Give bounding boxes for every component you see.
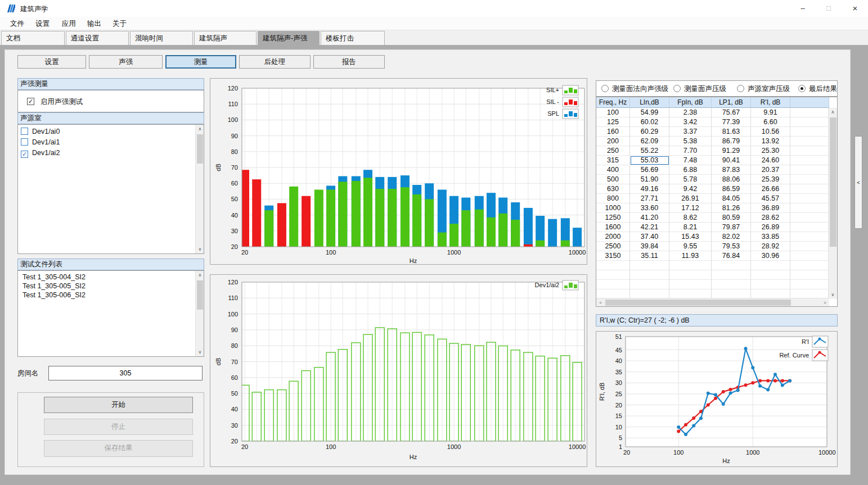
subtab-2[interactable]: 测量 <box>165 55 236 69</box>
table-cell-r11-c4[interactable]: 28.62 <box>751 213 790 223</box>
radio-option-0[interactable]: 测量面法向声强级 <box>601 84 668 94</box>
table-cell-r17-c2[interactable] <box>669 270 712 280</box>
table-cell-r3-c1[interactable]: 62.09 <box>630 137 669 146</box>
table-cell-r17-c3[interactable] <box>712 270 751 280</box>
table-cell-r11-c3[interactable]: 80.59 <box>712 213 751 223</box>
table-cell-r18-c1[interactable] <box>630 280 669 289</box>
room-name-input[interactable] <box>48 366 203 380</box>
radio-option-1[interactable]: 测量面声压级 <box>673 84 726 94</box>
test-file-item-0[interactable]: Test 1_305-004_SI2 <box>23 273 86 282</box>
table-cell-r5-c5[interactable] <box>790 156 829 165</box>
menu-item-0[interactable]: 文件 <box>7 19 28 29</box>
table-cell-r5-c3[interactable]: 90.41 <box>712 156 751 165</box>
channel-row-1[interactable]: Dev1/ai1 <box>21 137 60 148</box>
table-cell-r12-c4[interactable]: 26.89 <box>751 223 790 232</box>
table-cell-r12-c5[interactable] <box>790 223 829 232</box>
table-cell-r1-c2[interactable]: 3.42 <box>669 117 712 127</box>
table-cell-r10-c0[interactable]: 1000 <box>596 203 630 213</box>
table-cell-r7-c5[interactable] <box>790 175 829 184</box>
table-cell-r7-c2[interactable]: 5.78 <box>669 175 712 184</box>
table-cell-r8-c4[interactable]: 26.66 <box>751 184 790 194</box>
test-file-scrollbar-up-icon[interactable]: ∧ <box>196 271 204 279</box>
table-cell-r0-c4[interactable]: 9.91 <box>751 108 790 117</box>
table-cell-r12-c0[interactable]: 1600 <box>596 223 630 232</box>
test-file-item-2[interactable]: Test 1_305-006_SI2 <box>23 291 86 300</box>
table-cell-r16-c2[interactable] <box>669 261 712 270</box>
table-cell-r7-c0[interactable]: 500 <box>596 175 630 184</box>
table-cell-r4-c1[interactable]: 55.22 <box>630 146 669 156</box>
save-results-button[interactable]: 保存结果 <box>44 440 193 457</box>
table-cell-r10-c3[interactable]: 81.26 <box>712 203 751 213</box>
table-cell-r9-c0[interactable]: 800 <box>596 194 630 203</box>
table-cell-r5-c1[interactable]: 55.03 <box>630 156 669 165</box>
table-cell-r7-c1[interactable]: 51.90 <box>630 175 669 184</box>
table-cell-r3-c0[interactable]: 200 <box>596 137 630 146</box>
table-cell-r17-c0[interactable] <box>596 270 630 280</box>
table-cell-r6-c4[interactable]: 20.37 <box>751 165 790 175</box>
table-cell-r13-c1[interactable]: 37.40 <box>630 232 669 242</box>
table-cell-r10-c1[interactable]: 33.60 <box>630 203 669 213</box>
table-cell-r2-c5[interactable] <box>790 127 829 137</box>
start-button[interactable]: 开始 <box>44 397 193 413</box>
menu-item-4[interactable]: 关于 <box>109 19 130 29</box>
table-cell-r6-c5[interactable] <box>790 165 829 175</box>
table-cell-r3-c3[interactable]: 86.79 <box>712 137 751 146</box>
table-cell-r13-c5[interactable] <box>790 232 829 242</box>
table-cell-r9-c4[interactable]: 45.57 <box>751 194 790 203</box>
table-cell-r12-c2[interactable]: 8.21 <box>669 223 712 232</box>
table-cell-r11-c2[interactable]: 8.62 <box>669 213 712 223</box>
table-cell-r4-c0[interactable]: 250 <box>596 146 630 156</box>
table-cell-r4-c3[interactable]: 91.29 <box>712 146 751 156</box>
subtab-3[interactable]: 后处理 <box>239 55 311 69</box>
table-cell-r6-c0[interactable]: 400 <box>596 165 630 175</box>
enable-intensity-checkbox[interactable]: ✓ <box>27 98 34 105</box>
radio-button-0[interactable] <box>601 85 609 92</box>
table-cell-r6-c2[interactable]: 6.88 <box>669 165 712 175</box>
channel-checkbox-2[interactable]: ✓ <box>21 151 28 158</box>
table-cell-r12-c3[interactable]: 79.87 <box>712 223 751 232</box>
source-room-scrollbar-up-icon[interactable]: ∧ <box>196 125 204 133</box>
table-cell-r15-c4[interactable]: 30.96 <box>751 251 790 261</box>
channel-row-2[interactable]: ✓Dev1/ai2 <box>21 148 60 158</box>
table-cell-r3-c2[interactable]: 5.38 <box>669 137 712 146</box>
table-cell-r15-c3[interactable]: 76.84 <box>712 251 751 261</box>
table-hscrollbar[interactable]: <> <box>596 298 829 306</box>
table-cell-r3-c5[interactable] <box>790 137 829 146</box>
subtab-0[interactable]: 设置 <box>17 55 86 69</box>
table-cell-r9-c5[interactable] <box>790 194 829 203</box>
tab-5[interactable]: 楼板打击 <box>321 31 385 45</box>
table-cell-r10-c5[interactable] <box>790 203 829 213</box>
table-cell-r13-c0[interactable]: 2000 <box>596 232 630 242</box>
table-cell-r9-c1[interactable]: 27.71 <box>630 194 669 203</box>
radio-option-3[interactable]: 最后结果 <box>798 84 837 94</box>
table-cell-r8-c0[interactable]: 630 <box>596 184 630 194</box>
table-cell-r18-c2[interactable] <box>669 280 712 289</box>
table-cell-r15-c1[interactable]: 35.11 <box>630 251 669 261</box>
radio-button-3[interactable] <box>798 85 806 92</box>
table-vscroll-down-icon[interactable]: ∨ <box>829 291 837 299</box>
collapse-panel-button[interactable]: < <box>854 136 862 229</box>
table-cell-r14-c4[interactable]: 28.92 <box>751 242 790 251</box>
tab-2[interactable]: 混响时间 <box>130 31 193 45</box>
channel-row-0[interactable]: Dev1/ai0 <box>21 126 60 137</box>
table-cell-r17-c5[interactable] <box>790 270 829 280</box>
table-cell-r5-c0[interactable]: 315 <box>596 156 630 165</box>
table-cell-r14-c1[interactable]: 39.84 <box>630 242 669 251</box>
radio-button-1[interactable] <box>673 85 681 92</box>
menu-item-3[interactable]: 输出 <box>84 19 105 29</box>
table-cell-r2-c1[interactable]: 60.29 <box>630 127 669 137</box>
table-cell-r4-c4[interactable]: 25.30 <box>751 146 790 156</box>
table-cell-r15-c5[interactable] <box>790 251 829 261</box>
table-cell-r4-c2[interactable]: 7.70 <box>669 146 712 156</box>
table-cell-r18-c4[interactable] <box>751 280 790 289</box>
table-cell-r8-c1[interactable]: 49.16 <box>630 184 669 194</box>
table-cell-r5-c4[interactable]: 24.60 <box>751 156 790 165</box>
table-cell-r12-c1[interactable]: 42.21 <box>630 223 669 232</box>
maximize-button[interactable]: □ <box>816 0 842 17</box>
radio-button-2[interactable] <box>737 85 744 92</box>
table-cell-r18-c5[interactable] <box>790 280 829 289</box>
table-cell-r2-c4[interactable]: 10.56 <box>751 127 790 137</box>
table-vscroll-thumb[interactable] <box>830 117 836 247</box>
table-cell-r16-c1[interactable] <box>630 261 669 270</box>
table-cell-r18-c3[interactable] <box>712 280 751 289</box>
